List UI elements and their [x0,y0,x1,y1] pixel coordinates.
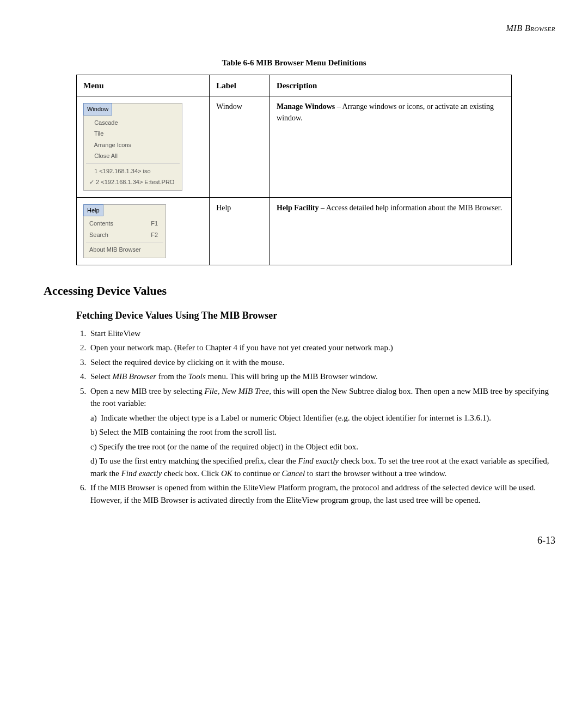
desc-bold: Manage Windows [277,102,335,111]
description-cell: Manage Windows – Arrange windows or icon… [270,96,512,198]
label-cell: Window [210,96,270,198]
menu-item-label: About MIB Browser [89,245,141,254]
menu-item: Close All [84,150,182,162]
menu-item-label: Search [89,230,108,240]
menu-cell-window: Window Cascade Tile Arrange Icons Close … [77,96,210,198]
table-caption: Table 6-6 MIB Browser Menu Definitions [33,57,555,69]
text: Indicate whether the object type is a La… [101,413,491,422]
text: d) To use the first entry matching the s… [90,457,298,465]
content-block: Start EliteView Open your network map. (… [76,327,555,507]
window-menu-screenshot: Window Cascade Tile Arrange Icons Close … [83,103,182,191]
menu-item: Search F2 [84,229,166,241]
label-cell: Help [210,197,270,265]
italic-text: MIB Browser [112,372,156,381]
text: to start the browser without a tree wind… [305,469,446,478]
text: menu. This will bring up the MIB Browser… [206,372,378,381]
menu-title: Help [83,204,103,217]
italic-text: OK [221,469,232,478]
desc-bold: Help Facility [277,204,318,212]
section-heading: Accessing Device Values [44,282,555,300]
menu-cell-help: Help Contents F1 Search F2 About MIB Bro… [77,197,210,265]
sub-item: b) Select the MIB containing the root fr… [90,426,555,439]
text: Open a new MIB tree by selecting [90,387,205,395]
definitions-table: Menu Label Description Window Cascade Ti… [76,75,512,265]
col-label: Label [210,75,270,96]
menu-item-label: Contents [89,219,113,228]
menu-item-shortcut: F2 [151,230,158,240]
list-item: Start EliteView [88,327,555,340]
menu-title: Window [83,103,112,115]
text: from the [156,372,188,381]
italic-text: Find exactly [298,457,339,465]
italic-text: Cancel [282,469,305,478]
menu-separator [86,242,163,242]
sub-item: c) Specify the tree root (or the name of… [90,441,555,453]
steps-list: Start EliteView Open your network map. (… [76,327,555,507]
sub-item: a) Indicate whether the object type is a… [90,412,555,424]
menu-item: About MIB Browser [84,244,166,255]
text: to continue or [232,469,282,478]
menu-separator [86,163,180,164]
italic-text: File [205,387,218,395]
list-item: Open a new MIB tree by selecting File, N… [88,385,555,480]
desc-text: – Access detailed help information about… [318,204,502,212]
menu-item: Arrange Icons [84,139,182,151]
list-item: Select the required device by clicking o… [88,356,555,369]
table-row: Help Contents F1 Search F2 About MIB Bro… [77,197,512,265]
list-item: If the MIB Browser is opened from within… [88,482,555,506]
menu-item: Cascade [84,117,182,129]
table-header-row: Menu Label Description [77,75,512,96]
menu-item-list: Cascade Tile Arrange Icons Close All 1 <… [84,115,182,190]
sublist: a) Indicate whether the object type is a… [90,412,555,480]
sub-item: d) To use the first entry matching the s… [90,455,555,479]
menu-item-list: Contents F1 Search F2 About MIB Browser [84,216,166,258]
page-number: 6-13 [33,533,555,548]
text: Select [90,372,112,381]
menu-item-shortcut: F1 [151,219,158,228]
italic-text: Find exactly [121,469,162,478]
description-cell: Help Facility – Access detailed help inf… [270,197,512,265]
list-item: Open your network map. (Refer to Chapter… [88,342,555,354]
col-menu: Menu [77,75,210,96]
menu-item: 1 <192.168.1.34> iso [84,166,182,177]
italic-text: New MIB Tree [222,387,269,395]
col-description: Description [270,75,512,96]
table-row: Window Cascade Tile Arrange Icons Close … [77,96,512,198]
menu-item: Tile [84,128,182,139]
help-menu-screenshot: Help Contents F1 Search F2 About MIB Bro… [83,204,166,258]
subsection-heading: Fetching Device Values Using The MIB Bro… [76,308,555,323]
italic-text: Tools [188,372,206,381]
text: check box. Click [162,469,221,478]
menu-item-checked: 2 <192.168.1.34> E:test.PRO [84,176,182,188]
page-header: MIB Browser [33,22,555,35]
menu-item: Contents F1 [84,218,166,229]
list-item: Select MIB Browser from the Tools menu. … [88,370,555,383]
